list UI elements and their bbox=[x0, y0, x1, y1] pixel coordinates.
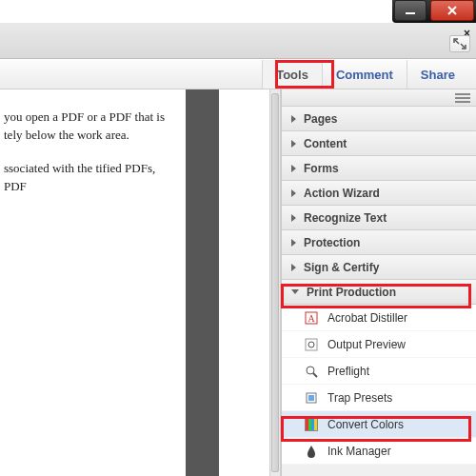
svg-line-3 bbox=[455, 40, 459, 44]
tab-label: Comment bbox=[336, 68, 393, 82]
chevron-right-icon bbox=[291, 115, 296, 123]
section-label: Pages bbox=[304, 112, 337, 126]
tab-tools[interactable]: Tools bbox=[262, 60, 322, 89]
svg-rect-7 bbox=[306, 339, 317, 350]
document-area: you open a PDF or a PDF that is tely bel… bbox=[0, 89, 219, 476]
svg-rect-12 bbox=[308, 395, 314, 401]
section-label: Action Wizard bbox=[304, 187, 380, 200]
output-preview-icon bbox=[303, 336, 320, 353]
expand-arrows-icon bbox=[453, 38, 466, 50]
section-print-production[interactable]: Print Production bbox=[282, 280, 476, 305]
minimize-button[interactable] bbox=[394, 0, 426, 21]
preflight-icon bbox=[303, 363, 320, 380]
section-action-wizard[interactable]: Action Wizard bbox=[282, 181, 476, 206]
expand-arrows-button[interactable] bbox=[449, 35, 470, 52]
trap-presets-icon bbox=[303, 389, 320, 407]
doc-paragraph: you open a PDF or a PDF that is tely bel… bbox=[4, 109, 176, 145]
svg-rect-15 bbox=[311, 419, 314, 430]
svg-rect-0 bbox=[406, 12, 415, 14]
section-label: Sign & Certify bbox=[304, 261, 379, 274]
panel-menu-icon[interactable] bbox=[455, 92, 470, 104]
svg-rect-16 bbox=[314, 419, 317, 430]
document-page: you open a PDF or a PDF that is tely bel… bbox=[0, 89, 186, 476]
tab-label: Tools bbox=[276, 68, 308, 82]
svg-rect-14 bbox=[308, 419, 311, 430]
item-trap-presets[interactable]: Trap Presets bbox=[282, 385, 476, 411]
item-label: Preflight bbox=[327, 365, 369, 378]
section-recognize-text[interactable]: Recognize Text bbox=[282, 206, 476, 230]
print-production-items: A Acrobat Distiller Output Preview Prefl… bbox=[282, 305, 476, 465]
chevron-right-icon bbox=[291, 165, 296, 172]
section-protection[interactable]: Protection bbox=[282, 230, 476, 255]
chevron-down-icon bbox=[291, 289, 299, 294]
tab-comment[interactable]: Comment bbox=[322, 60, 407, 89]
item-preflight[interactable]: Preflight bbox=[282, 358, 476, 385]
close-button[interactable] bbox=[430, 0, 474, 21]
chevron-right-icon bbox=[291, 214, 296, 222]
section-pages[interactable]: Pages bbox=[282, 107, 476, 131]
panel-header bbox=[282, 89, 476, 107]
item-ink-manager[interactable]: Ink Manager bbox=[282, 438, 476, 465]
convert-colors-icon bbox=[303, 416, 320, 433]
chevron-right-icon bbox=[291, 189, 296, 197]
scrollbar-thumb[interactable] bbox=[271, 93, 279, 472]
svg-line-10 bbox=[313, 373, 317, 377]
section-label: Protection bbox=[304, 236, 360, 249]
svg-text:A: A bbox=[307, 313, 315, 324]
section-label: Print Production bbox=[307, 286, 396, 299]
section-sign-certify[interactable]: Sign & Certify bbox=[282, 255, 476, 280]
tab-label: Share bbox=[421, 68, 455, 82]
svg-point-9 bbox=[307, 367, 314, 374]
item-convert-colors[interactable]: Convert Colors bbox=[282, 411, 476, 438]
toolbar-strip: × bbox=[0, 23, 476, 59]
chevron-right-icon bbox=[291, 264, 296, 271]
item-label: Ink Manager bbox=[327, 445, 391, 458]
item-label: Convert Colors bbox=[327, 418, 404, 431]
section-label: Forms bbox=[304, 162, 339, 175]
item-label: Output Preview bbox=[327, 338, 406, 351]
window-controls bbox=[392, 0, 476, 23]
svg-rect-13 bbox=[306, 419, 308, 430]
section-forms[interactable]: Forms bbox=[282, 156, 476, 181]
chevron-right-icon bbox=[291, 239, 296, 247]
item-output-preview[interactable]: Output Preview bbox=[282, 331, 476, 358]
tools-panel: Pages Content Forms Action Wizard Recogn… bbox=[281, 89, 476, 476]
item-acrobat-distiller[interactable]: A Acrobat Distiller bbox=[282, 305, 476, 331]
distiller-icon: A bbox=[303, 309, 320, 327]
chevron-right-icon bbox=[291, 140, 296, 148]
item-label: Acrobat Distiller bbox=[327, 311, 407, 325]
doc-paragraph: ssociated with the tified PDFs, PDF bbox=[4, 160, 176, 196]
ink-manager-icon bbox=[303, 443, 320, 460]
scrollbar-track[interactable] bbox=[269, 89, 281, 476]
tabs-row: Tools Comment Share bbox=[0, 59, 476, 89]
section-label: Content bbox=[304, 137, 347, 150]
svg-line-4 bbox=[461, 44, 465, 48]
item-label: Trap Presets bbox=[327, 391, 392, 405]
tab-share[interactable]: Share bbox=[407, 60, 468, 89]
section-content[interactable]: Content bbox=[282, 131, 476, 156]
section-label: Recognize Text bbox=[304, 211, 387, 225]
